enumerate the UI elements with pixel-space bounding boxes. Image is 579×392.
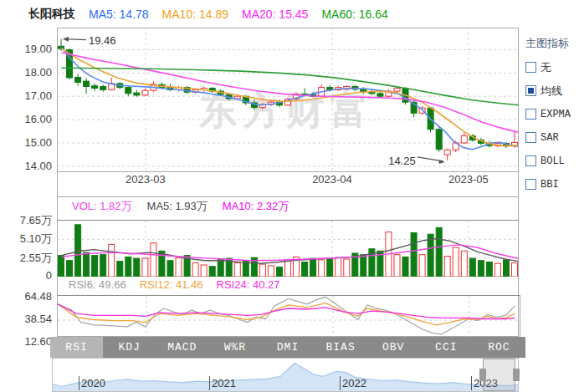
navigator-year-tick [471, 376, 472, 390]
navigator-year-label: 2021 [212, 377, 236, 389]
indicator-option-label: SAR [541, 132, 559, 144]
volume-bar [243, 262, 249, 277]
main-indicator-title: 主图指标 [525, 36, 579, 51]
indicator-option-SAR[interactable]: SAR [525, 131, 579, 144]
candlestick [377, 94, 383, 96]
rsi-axis-label: 38.54 [0, 313, 52, 325]
navigator-selection[interactable] [483, 359, 515, 391]
tab-wr[interactable]: W%R [208, 337, 261, 358]
unchecked-checkbox-icon[interactable] [525, 132, 536, 143]
indicator-option-均线[interactable]: 均线 [525, 84, 579, 97]
tab-macd[interactable]: MACD [156, 337, 208, 358]
volume-bar [302, 262, 308, 277]
volume-bar [277, 267, 283, 277]
navigator-year-tick [340, 376, 341, 390]
indicator-option-无[interactable]: 无 [525, 61, 579, 74]
volume-bar [402, 257, 408, 277]
indicator-option-EXPMA[interactable]: EXPMA [525, 108, 579, 120]
high-annotation: 19.46 [89, 34, 116, 47]
candlestick [394, 89, 400, 92]
unchecked-checkbox-icon[interactable] [525, 62, 536, 73]
volume-bar [209, 267, 215, 277]
candlestick-chart: 19.4614.25 [57, 28, 519, 171]
tab-obv[interactable]: OBV [367, 337, 420, 358]
ma-line-ma5 [62, 48, 520, 150]
candlestick [75, 77, 81, 82]
date-axis-label: 2023-04 [303, 173, 361, 186]
main-panel-bottom-border [58, 171, 518, 172]
rsi-chart [57, 295, 520, 338]
navigator-area-chart [53, 359, 518, 391]
price-axis-label: 18.00 [0, 66, 52, 79]
tab-cci[interactable]: CCI [420, 337, 473, 358]
volume-bar [512, 262, 518, 277]
volume-bars-layer [59, 225, 518, 277]
candlestick [142, 90, 148, 95]
rsi-grid [58, 296, 520, 338]
volume-bar [327, 259, 333, 277]
tab-bias[interactable]: BIAS [315, 337, 367, 358]
volume-axis-label: 0 [0, 269, 52, 282]
timeline-navigator[interactable]: 2020202120222023 [52, 358, 519, 392]
volume-bar [419, 255, 425, 277]
rsi-axis-label: 12.60 [0, 335, 52, 348]
volume-bar [394, 255, 400, 277]
candlestick [134, 93, 140, 95]
volume-bar [117, 262, 123, 277]
tab-dmi[interactable]: DMI [261, 337, 314, 358]
checked-checkbox-icon[interactable] [525, 85, 536, 96]
price-axis-label: 14.00 [0, 160, 52, 172]
tab-roc[interactable]: ROC [473, 337, 525, 358]
unchecked-checkbox-icon[interactable] [525, 109, 536, 120]
annotations-layer: 19.4614.25 [63, 34, 445, 167]
price-axis-label: 15.00 [0, 136, 52, 149]
volume-bar [218, 259, 223, 277]
indicator-option-BOLL[interactable]: BOLL [525, 155, 579, 167]
rsi-legend: RSI6: 49.66 RSI12: 41.46 RSI24: 40.27 [69, 278, 279, 291]
navigator-left-handle[interactable] [479, 369, 486, 381]
ma60-readout: MA60: 16.64 [321, 8, 387, 21]
tab-rsi[interactable]: RSI [50, 337, 103, 358]
volume-bar [109, 245, 115, 277]
indicator-option-label: 均线 [541, 84, 562, 99]
volume-bar [461, 251, 467, 277]
navigator-year-label: 2020 [81, 377, 105, 389]
rsi-axis-label: 64.48 [0, 290, 52, 303]
rsi24-readout: RSI24: 40.27 [217, 278, 280, 291]
unchecked-checkbox-icon[interactable] [525, 179, 536, 190]
price-axis-label: 16.00 [0, 113, 52, 125]
main-indicator-panel: 主图指标 无均线EXPMASARBOLLBBI [525, 36, 579, 201]
unchecked-checkbox-icon[interactable] [525, 155, 536, 166]
volume-chart [57, 220, 519, 277]
volume-bar [453, 247, 459, 277]
ma-line-ma10 [62, 48, 520, 146]
price-axis-label: 19.00 [0, 43, 52, 55]
ma10-readout: MA10: 14.89 [162, 8, 228, 21]
volume-bar [344, 259, 350, 277]
indicator-option-label: BOLL [541, 155, 565, 167]
navigator-year-tick [79, 376, 79, 390]
indicator-tab-bar: RSIKDJMACDW%RDMIBIASOBVCCIROC [50, 337, 525, 358]
main-indicator-options: 无均线EXPMASARBOLLBBI [525, 61, 579, 191]
volume-bar [151, 243, 156, 277]
indicator-option-label: 无 [541, 60, 551, 75]
navigator-right-handle[interactable] [513, 369, 520, 381]
volume-bar [167, 261, 173, 277]
candlestick [59, 46, 64, 48]
tab-kdj[interactable]: KDJ [103, 337, 156, 358]
candlestick [369, 92, 375, 94]
indicator-option-BBI[interactable]: BBI [525, 178, 579, 191]
candlestick [444, 150, 450, 155]
rsi12-readout: RSI12: 41.46 [140, 278, 203, 291]
volume-bar [478, 261, 484, 277]
volume-axis-label: 7.65万 [0, 213, 52, 228]
volume-bar [201, 265, 207, 277]
volume-bar [411, 233, 417, 277]
volume-bar [134, 258, 140, 277]
volume-bar [142, 258, 148, 277]
rsi-lines-layer [58, 298, 515, 335]
stock-name: 长阳科技 [28, 7, 75, 22]
volume-bar [319, 260, 325, 277]
volume-bar [469, 258, 475, 277]
indicator-option-label: BBI [541, 179, 559, 191]
